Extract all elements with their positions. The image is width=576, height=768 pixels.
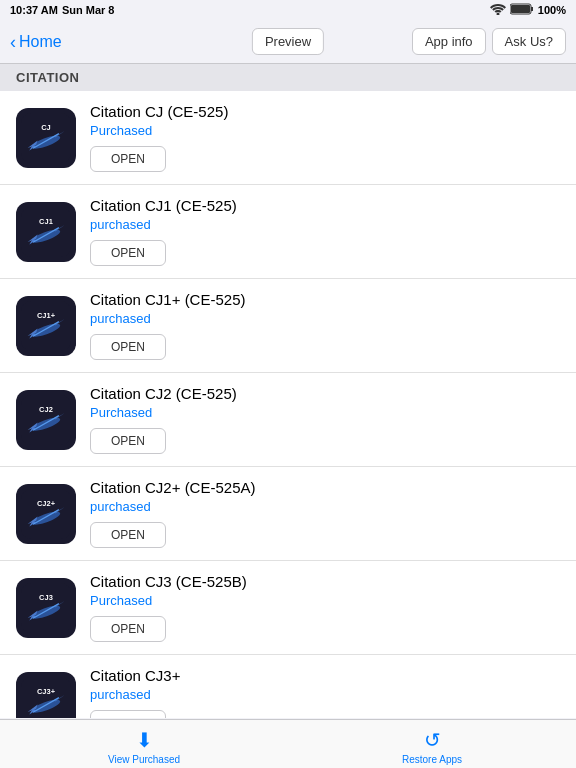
app-info: Citation CJ2 (CE-525) Purchased OPEN — [90, 385, 560, 454]
tab-bar: ⬇ View Purchased ↺ Restore Apps — [0, 719, 576, 768]
app-status: purchased — [90, 311, 560, 326]
app-info: Citation CJ3 (CE-525B) Purchased OPEN — [90, 573, 560, 642]
open-button[interactable]: OPEN — [90, 522, 166, 548]
nav-right: App info Ask Us? — [412, 28, 566, 55]
app-list: CJ Citation CJ (CE-525) Purchased OPEN — [0, 91, 576, 718]
status-time: 10:37 AM — [10, 4, 58, 16]
svg-rect-2 — [531, 7, 533, 11]
view-purchased-label: View Purchased — [108, 754, 180, 765]
section-header: CITATION — [0, 64, 576, 91]
open-button[interactable]: OPEN — [90, 710, 166, 718]
status-day: Sun Mar 8 — [62, 4, 115, 16]
ask-us-button[interactable]: Ask Us? — [492, 28, 566, 55]
nav-bar: ‹ Home Preview App info Ask Us? — [0, 20, 576, 64]
open-button[interactable]: OPEN — [90, 616, 166, 642]
app-icon: CJ — [16, 108, 76, 168]
app-info: Citation CJ3+ purchased OPEN — [90, 667, 560, 718]
battery-icon — [510, 3, 534, 17]
tab-view-purchased[interactable]: ⬇ View Purchased — [0, 724, 288, 765]
open-button[interactable]: OPEN — [90, 428, 166, 454]
restore-apps-label: Restore Apps — [402, 754, 462, 765]
view-purchased-icon: ⬇ — [136, 728, 153, 752]
list-item: CJ3+ Citation CJ3+ purchased OPEN — [0, 655, 576, 718]
app-icon: CJ1 — [16, 202, 76, 262]
app-name: Citation CJ3+ — [90, 667, 560, 684]
svg-text:CJ: CJ — [41, 122, 51, 131]
list-item: CJ2 Citation CJ2 (CE-525) Purchased OPEN — [0, 373, 576, 467]
open-button[interactable]: OPEN — [90, 334, 166, 360]
svg-text:CJ2: CJ2 — [39, 404, 53, 413]
wifi-icon — [490, 3, 506, 17]
app-name: Citation CJ2 (CE-525) — [90, 385, 560, 402]
svg-text:CJ3: CJ3 — [39, 592, 53, 601]
list-item: CJ3 Citation CJ3 (CE-525B) Purchased OPE… — [0, 561, 576, 655]
app-status: purchased — [90, 687, 560, 702]
app-info: Citation CJ (CE-525) Purchased OPEN — [90, 103, 560, 172]
app-icon: CJ3+ — [16, 672, 76, 719]
svg-text:CJ1: CJ1 — [39, 216, 53, 225]
app-name: Citation CJ3 (CE-525B) — [90, 573, 560, 590]
battery-percent: 100% — [538, 4, 566, 16]
svg-rect-3 — [511, 5, 530, 13]
open-button[interactable]: OPEN — [90, 146, 166, 172]
app-info: Citation CJ2+ (CE-525A) purchased OPEN — [90, 479, 560, 548]
svg-text:CJ1+: CJ1+ — [37, 310, 56, 319]
app-info-button[interactable]: App info — [412, 28, 486, 55]
back-label: Home — [19, 33, 62, 51]
app-status: purchased — [90, 499, 560, 514]
app-name: Citation CJ (CE-525) — [90, 103, 560, 120]
app-status: purchased — [90, 217, 560, 232]
chevron-left-icon: ‹ — [10, 33, 16, 51]
svg-text:CJ3+: CJ3+ — [37, 686, 56, 695]
restore-apps-icon: ↺ — [424, 728, 441, 752]
app-icon: CJ2+ — [16, 484, 76, 544]
preview-button[interactable]: Preview — [252, 28, 324, 55]
app-name: Citation CJ1+ (CE-525) — [90, 291, 560, 308]
app-status: Purchased — [90, 405, 560, 420]
app-icon: CJ1+ — [16, 296, 76, 356]
list-item: CJ1+ Citation CJ1+ (CE-525) purchased OP… — [0, 279, 576, 373]
svg-text:CJ2+: CJ2+ — [37, 498, 56, 507]
app-info: Citation CJ1 (CE-525) purchased OPEN — [90, 197, 560, 266]
back-button[interactable]: ‹ Home — [10, 33, 62, 51]
tab-restore-apps[interactable]: ↺ Restore Apps — [288, 724, 576, 765]
app-icon: CJ3 — [16, 578, 76, 638]
list-item: CJ2+ Citation CJ2+ (CE-525A) purchased O… — [0, 467, 576, 561]
list-item: CJ Citation CJ (CE-525) Purchased OPEN — [0, 91, 576, 185]
app-status: Purchased — [90, 593, 560, 608]
list-item: CJ1 Citation CJ1 (CE-525) purchased OPEN — [0, 185, 576, 279]
svg-point-0 — [496, 13, 499, 16]
status-bar: 10:37 AM Sun Mar 8 100% — [0, 0, 576, 20]
app-name: Citation CJ1 (CE-525) — [90, 197, 560, 214]
app-icon: CJ2 — [16, 390, 76, 450]
app-name: Citation CJ2+ (CE-525A) — [90, 479, 560, 496]
app-info: Citation CJ1+ (CE-525) purchased OPEN — [90, 291, 560, 360]
app-status: Purchased — [90, 123, 560, 138]
svg-rect-28 — [21, 677, 71, 719]
open-button[interactable]: OPEN — [90, 240, 166, 266]
nav-center: Preview — [252, 28, 324, 55]
